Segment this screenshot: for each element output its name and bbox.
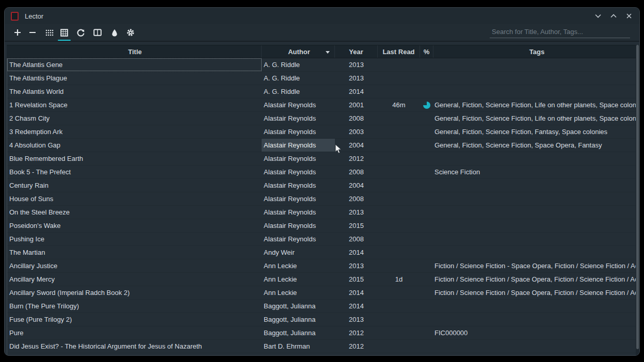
- cell-percent[interactable]: [420, 300, 433, 312]
- cell-author[interactable]: A. G. Riddle: [262, 58, 335, 71]
- table-row[interactable]: Pushing Ice Alastair Reynolds 2008: [7, 233, 639, 246]
- cell-author[interactable]: Alastair Reynolds: [262, 219, 335, 232]
- cell-author[interactable]: Alastair Reynolds: [262, 206, 335, 219]
- table-row[interactable]: The Atlantis Plague A. G. Riddle 2013: [7, 72, 639, 85]
- cell-percent[interactable]: [420, 340, 433, 353]
- cell-author[interactable]: Alastair Reynolds: [262, 98, 335, 111]
- cell-author[interactable]: Ann Leckie: [262, 259, 335, 272]
- column-header-last-read[interactable]: Last Read: [378, 45, 420, 58]
- cell-title[interactable]: Did Jesus Exist? - The Historical Argume…: [7, 340, 262, 353]
- vertical-scrollbar[interactable]: [636, 45, 639, 355]
- cell-percent[interactable]: [420, 112, 433, 125]
- cell-title[interactable]: Blue Remembered Earth: [7, 152, 262, 165]
- cell-author[interactable]: Alastair Reynolds: [262, 139, 335, 152]
- table-row[interactable]: 3 Redemption Ark Alastair Reynolds 2003 …: [7, 125, 639, 139]
- cell-last-read[interactable]: [378, 125, 420, 138]
- cell-year[interactable]: 2013: [335, 206, 378, 219]
- cell-tags[interactable]: General, Fiction, Science Fiction, Space…: [433, 139, 639, 152]
- cell-year[interactable]: 2014: [335, 286, 378, 299]
- cell-year[interactable]: 2004: [335, 139, 378, 152]
- cell-percent[interactable]: [420, 286, 433, 299]
- cell-year[interactable]: 2008: [335, 166, 378, 178]
- cell-last-read[interactable]: [378, 139, 420, 152]
- cell-author[interactable]: Andy Weir: [262, 246, 335, 259]
- cell-last-read[interactable]: [378, 219, 420, 232]
- cell-tags[interactable]: [433, 152, 639, 165]
- cell-year[interactable]: 2014: [335, 300, 378, 312]
- table-row[interactable]: Fuse (Pure Trilogy 2) Baggott, Julianna …: [7, 313, 639, 326]
- cell-tags[interactable]: Fiction / Science Fiction / Space Opera,…: [433, 273, 639, 286]
- close-button[interactable]: [625, 12, 633, 20]
- cover-view-button[interactable]: [42, 25, 57, 40]
- cell-title[interactable]: Century Rain: [7, 179, 262, 192]
- cell-tags[interactable]: [433, 179, 639, 192]
- cell-tags[interactable]: General, Fiction, Science Fiction, Fanta…: [433, 125, 639, 138]
- cell-title[interactable]: Poseidon's Wake: [7, 219, 262, 232]
- cell-year[interactable]: 2014: [335, 85, 378, 98]
- cell-last-read[interactable]: [378, 112, 420, 125]
- cell-last-read[interactable]: [378, 300, 420, 312]
- cell-year[interactable]: 2013: [335, 58, 378, 71]
- cell-percent[interactable]: [420, 192, 433, 205]
- cell-tags[interactable]: [433, 192, 639, 205]
- reload-library-button[interactable]: [73, 25, 88, 40]
- open-book-button[interactable]: [90, 25, 105, 40]
- cell-year[interactable]: 2003: [335, 125, 378, 138]
- cell-last-read[interactable]: [378, 286, 420, 299]
- cell-tags[interactable]: [433, 246, 639, 259]
- cell-year[interactable]: 2008: [335, 192, 378, 205]
- cell-last-read[interactable]: [378, 313, 420, 326]
- cell-percent[interactable]: [420, 72, 433, 85]
- table-row[interactable]: The Martian Andy Weir 2014: [7, 246, 639, 259]
- settings-button[interactable]: [123, 25, 138, 40]
- table-row[interactable]: Ancillary Justice Ann Leckie 2013 Fictio…: [7, 259, 639, 273]
- cell-last-read[interactable]: 46m: [378, 98, 420, 111]
- cell-title[interactable]: Burn (The Pure Trilogy): [7, 300, 262, 312]
- table-row[interactable]: Book 5 - The Prefect Alastair Reynolds 2…: [7, 166, 639, 179]
- table-row[interactable]: Ancillary Sword (Imperial Radch Book 2) …: [7, 286, 639, 300]
- cell-tags[interactable]: [433, 58, 639, 71]
- search-input[interactable]: [490, 27, 630, 38]
- column-header-percent[interactable]: %: [420, 45, 433, 58]
- cell-last-read[interactable]: [378, 206, 420, 219]
- cell-title[interactable]: The Atlantis Plague: [7, 72, 262, 85]
- cell-percent[interactable]: [420, 98, 433, 111]
- table-row[interactable]: Pure Baggott, Julianna 2012 FIC000000: [7, 326, 639, 340]
- minimize-button[interactable]: [594, 12, 602, 20]
- cell-last-read[interactable]: [378, 192, 420, 205]
- cell-tags[interactable]: [433, 340, 639, 353]
- cell-percent[interactable]: [420, 206, 433, 219]
- column-header-title[interactable]: Title: [7, 45, 262, 58]
- cell-tags[interactable]: FIC000000: [433, 326, 639, 339]
- cell-title[interactable]: Ancillary Sword (Imperial Radch Book 2): [7, 286, 262, 299]
- table-row[interactable]: The Atlantis Gene A. G. Riddle 2013: [7, 58, 639, 72]
- cell-title[interactable]: Pure: [7, 326, 262, 339]
- cell-year[interactable]: 2008: [335, 233, 378, 245]
- cell-title[interactable]: 3 Redemption Ark: [7, 125, 262, 138]
- cell-tags[interactable]: [433, 313, 639, 326]
- cell-percent[interactable]: [420, 125, 433, 138]
- cell-title[interactable]: Ancillary Mercy: [7, 273, 262, 286]
- cell-percent[interactable]: [420, 259, 433, 272]
- cell-last-read[interactable]: [378, 72, 420, 85]
- table-row[interactable]: Blue Remembered Earth Alastair Reynolds …: [7, 152, 639, 166]
- cell-tags[interactable]: [433, 206, 639, 219]
- cell-last-read[interactable]: [378, 179, 420, 192]
- cell-title[interactable]: The Martian: [7, 246, 262, 259]
- cell-author[interactable]: Alastair Reynolds: [262, 166, 335, 178]
- table-row[interactable]: Ancillary Mercy Ann Leckie 2015 1d Ficti…: [7, 273, 639, 286]
- cell-title[interactable]: Fuse (Pure Trilogy 2): [7, 313, 262, 326]
- cell-last-read[interactable]: [378, 233, 420, 245]
- cell-percent[interactable]: [420, 85, 433, 98]
- cell-last-read[interactable]: [378, 85, 420, 98]
- cell-author[interactable]: Ann Leckie: [262, 273, 335, 286]
- cell-percent[interactable]: [420, 233, 433, 245]
- cell-last-read[interactable]: [378, 340, 420, 353]
- cell-percent[interactable]: [420, 219, 433, 232]
- cell-percent[interactable]: [420, 58, 433, 71]
- cell-author[interactable]: Alastair Reynolds: [262, 112, 335, 125]
- cell-title[interactable]: Book 5 - The Prefect: [7, 166, 262, 178]
- cell-author[interactable]: Baggott, Julianna: [262, 313, 335, 326]
- cell-author[interactable]: Alastair Reynolds: [262, 152, 335, 165]
- cell-last-read[interactable]: [378, 166, 420, 178]
